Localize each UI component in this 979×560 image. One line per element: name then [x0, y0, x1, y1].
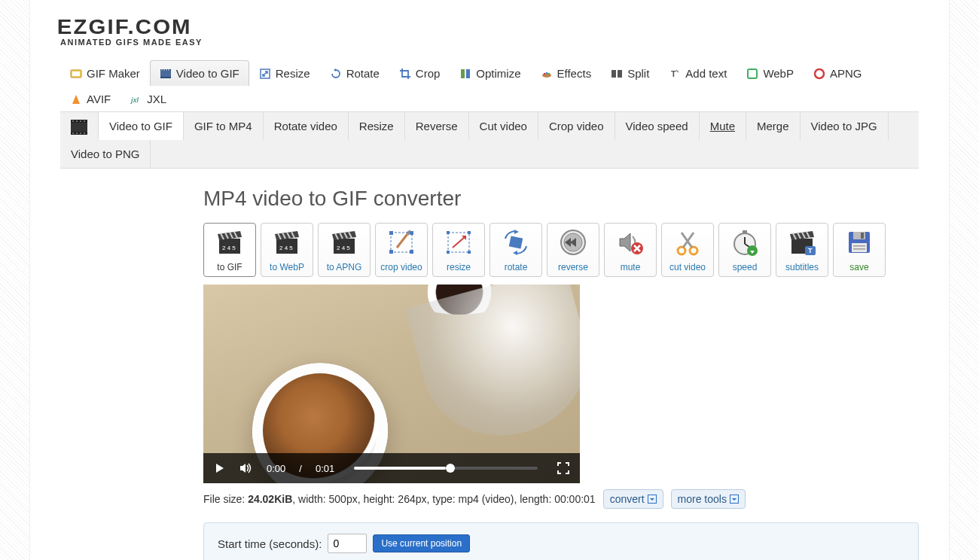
stopwatch-icon: [730, 228, 760, 257]
svg-text:2 4 5: 2 4 5: [337, 245, 350, 251]
svg-rect-56: [743, 230, 747, 233]
svg-point-8: [168, 69, 169, 71]
use-current-start-button[interactable]: Use current position: [373, 534, 470, 552]
tool-speed[interactable]: speed: [718, 223, 771, 277]
resize-arrow-icon: [444, 228, 474, 257]
nav-sub-resize[interactable]: Resize: [349, 112, 405, 140]
svg-text:jxl: jxl: [130, 96, 139, 104]
svg-point-6: [163, 69, 165, 71]
svg-text:2 4 5: 2 4 5: [222, 245, 236, 251]
avif-icon: [70, 93, 82, 105]
svg-point-25: [72, 120, 74, 122]
svg-text:2 4 5: 2 4 5: [279, 245, 293, 251]
tool-save[interactable]: save: [833, 223, 886, 277]
svg-rect-43: [410, 250, 413, 254]
jxl-icon: jxl: [130, 93, 142, 105]
svg-rect-17: [618, 70, 622, 78]
tool-to-GIF[interactable]: 2 4 5to GIF: [203, 223, 256, 277]
fullscreen-icon[interactable]: [557, 462, 569, 474]
film-icon: [60, 112, 99, 140]
tool-reverse[interactable]: reverse: [547, 223, 599, 277]
svg-point-31: [80, 132, 81, 134]
svg-point-29: [72, 132, 74, 134]
nav-sub-rotate-video[interactable]: Rotate video: [264, 112, 349, 140]
nav-sub-gif-to-mp4[interactable]: GIF to MP4: [184, 112, 264, 140]
nav-main-rotate[interactable]: Rotate: [320, 60, 389, 86]
convert-button[interactable]: convert: [603, 489, 663, 509]
nav-main-jxl[interactable]: jxlJXL: [120, 86, 176, 111]
svg-rect-46: [468, 231, 471, 234]
start-time-input[interactable]: [328, 534, 367, 553]
svg-point-26: [76, 120, 78, 122]
svg-rect-66: [853, 248, 865, 250]
more-tools-button[interactable]: more tools: [671, 489, 746, 509]
nav-main-apng[interactable]: APNG: [804, 60, 872, 86]
nav-sub-video-to-jpg[interactable]: Video to JPG: [801, 112, 889, 140]
tool-cut-video[interactable]: cut video: [661, 223, 714, 277]
nav-sub-crop-video[interactable]: Crop video: [538, 112, 615, 140]
svg-point-14: [545, 72, 547, 73]
nav-sub-merge[interactable]: Merge: [746, 112, 801, 140]
video-controls: 0:00 / 0:01: [203, 453, 580, 483]
gif-icon: [70, 68, 82, 80]
film-icon: [160, 68, 172, 80]
clap-icon: 2 4 5: [272, 228, 302, 257]
svg-point-27: [80, 120, 81, 122]
nav-sub-cut-video[interactable]: Cut video: [469, 112, 538, 140]
tool-rotate[interactable]: rotate: [490, 223, 542, 277]
nav-main-avif[interactable]: AVIF: [60, 86, 120, 111]
duration: 0:01: [316, 463, 334, 474]
time-form: Start time (seconds): Use current positi…: [203, 522, 919, 560]
nav-sub-mute[interactable]: Mute: [700, 112, 746, 140]
nav-main-webp[interactable]: WebP: [737, 60, 804, 86]
svg-rect-40: [389, 231, 393, 235]
svg-rect-4: [160, 77, 171, 78]
svg-rect-49: [509, 236, 523, 248]
volume-icon[interactable]: [239, 462, 253, 474]
video-player[interactable]: 0:00 / 0:01: [203, 285, 580, 483]
nav-sub-video-speed[interactable]: Video speed: [615, 112, 700, 140]
nav-main-resize[interactable]: Resize: [249, 60, 320, 86]
current-time: 0:00: [267, 463, 285, 474]
tool-to-APNG[interactable]: 2 4 5to APNG: [318, 223, 371, 277]
resize-icon: [259, 68, 271, 80]
svg-rect-47: [447, 251, 450, 254]
svg-rect-1: [72, 72, 80, 76]
rotate-icon: [330, 68, 342, 80]
svg-rect-11: [466, 69, 470, 78]
nav-main-effects[interactable]: Effects: [531, 60, 602, 86]
tool-subtitles[interactable]: Tsubtitles: [776, 223, 828, 277]
nav-main-optimize[interactable]: Optimize: [450, 60, 530, 86]
nav-main-crop[interactable]: Crop: [389, 60, 450, 86]
clap-t-icon: T: [787, 228, 817, 257]
play-icon[interactable]: [214, 462, 226, 474]
nav-sub-video-to-png[interactable]: Video to PNG: [60, 140, 151, 168]
tool-to-WebP[interactable]: 2 4 5to WebP: [261, 223, 313, 277]
nav-main-video-to-gif[interactable]: Video to GIF: [150, 60, 249, 86]
tool-resize[interactable]: resize: [432, 223, 485, 277]
svg-rect-45: [447, 231, 450, 234]
tool-crop-video[interactable]: crop video: [375, 223, 428, 277]
svg-point-20: [815, 69, 824, 78]
svg-point-13: [543, 72, 544, 74]
svg-rect-16: [611, 70, 616, 78]
start-time-label: Start time (seconds):: [218, 537, 322, 550]
clap-num-icon: 2 4 5: [215, 228, 245, 257]
nav-main-gif-maker[interactable]: GIF Maker: [60, 60, 150, 86]
svg-point-28: [84, 120, 85, 122]
nav-main-add-text[interactable]: TAdd text: [659, 60, 737, 86]
site-logo[interactable]: EZGIF.COM ANIMATED GIFS MADE EASY: [60, 15, 919, 47]
rewind-icon: [558, 228, 588, 257]
svg-point-5: [161, 69, 163, 71]
nav-main-split[interactable]: Split: [601, 60, 659, 86]
page-title: MP4 video to GIF converter: [60, 187, 919, 211]
svg-point-32: [84, 132, 85, 134]
nav-sub-reverse[interactable]: Reverse: [405, 112, 469, 140]
svg-rect-41: [410, 231, 413, 235]
sub-nav: Video to GIFGIF to MP4Rotate videoResize…: [60, 112, 919, 169]
tool-mute[interactable]: mute: [604, 223, 657, 277]
svg-point-15: [547, 72, 549, 74]
svg-rect-48: [468, 251, 471, 254]
nav-sub-video-to-gif[interactable]: Video to GIF: [99, 112, 184, 140]
seek-slider[interactable]: [354, 467, 538, 470]
